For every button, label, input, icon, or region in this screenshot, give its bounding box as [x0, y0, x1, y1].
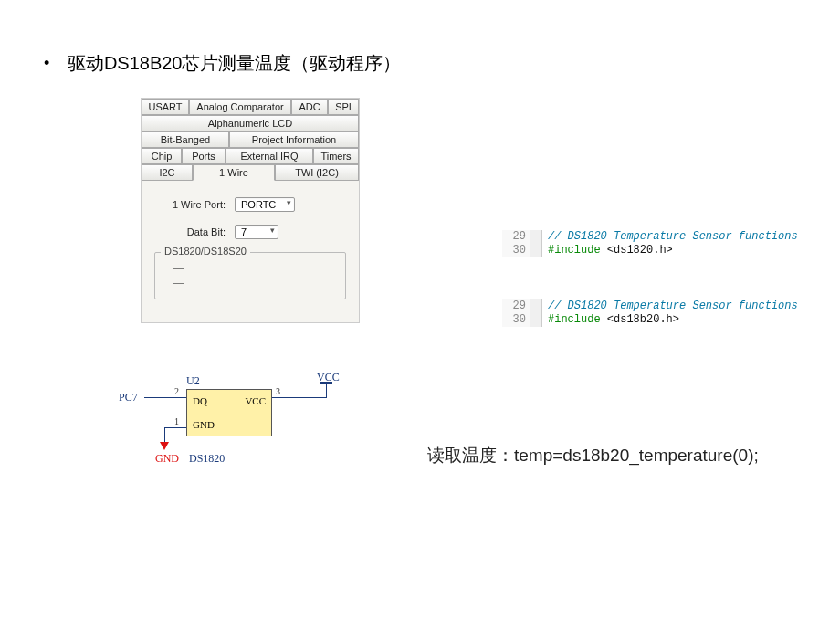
vcc-bar-icon: [320, 382, 332, 384]
gutter: [530, 313, 542, 327]
field-data-bit: Data Bit: 7: [154, 225, 346, 239]
gutter: [530, 299, 542, 313]
code-line: #include <ds18b20.h>: [542, 313, 679, 327]
code-comment: // DS1820 Temperature Sensor functions: [548, 230, 798, 243]
pinnum-1: 1: [174, 416, 179, 426]
wire-vcc-v: [326, 383, 327, 398]
label-pc7: PC7: [119, 391, 138, 404]
linenumber: 30: [502, 313, 530, 327]
tab-row-4: Chip Ports External IRQ Timers: [142, 148, 359, 164]
tab-twi-i2c[interactable]: TWI (I2C): [275, 164, 359, 181]
linenumber: 30: [502, 244, 530, 257]
slide-bullet-line: • 驱动DS18B20芯片测量温度（驱动程序）: [44, 51, 402, 76]
tab-1wire[interactable]: 1 Wire: [193, 164, 275, 181]
tab-spi[interactable]: SPI: [328, 99, 359, 115]
chip-body: DQ VCC GND: [186, 389, 272, 436]
tab-project-information[interactable]: Project Information: [229, 131, 359, 148]
tab-bit-banged[interactable]: Bit-Banged: [142, 131, 229, 148]
select-1wire-port[interactable]: PORTC: [235, 197, 295, 212]
tab-timers[interactable]: Timers: [313, 148, 359, 164]
code-comment: // DS1820 Temperature Sensor functions: [548, 299, 798, 312]
groupbox-line-1: —: [164, 260, 336, 275]
pin-label-dq: DQ: [193, 395, 207, 406]
code-line: #include <ds1820.h>: [542, 244, 673, 257]
code-snippet-ds18b20: 29 // DS1820 Temperature Sensor function…: [502, 299, 798, 327]
gutter: [530, 244, 542, 257]
pin-label-gnd: GND: [193, 419, 215, 430]
bullet-dot: •: [44, 54, 49, 73]
code-include: #include: [548, 313, 601, 326]
pin-label-vcc: VCC: [245, 395, 266, 406]
tab-analog-comparator[interactable]: Analog Comparator: [189, 99, 291, 115]
pinnum-3: 3: [276, 386, 280, 396]
code-file: <ds1820.h>: [607, 244, 673, 257]
code-include: #include: [548, 244, 601, 257]
codewizard-panel: USART Analog Comparator ADC SPI Alphanum…: [141, 98, 360, 323]
wire-gnd-h: [164, 427, 186, 428]
tab-row-5: I2C 1 Wire TWI (I2C): [142, 164, 359, 181]
field-1wire-port: 1 Wire Port: PORTC: [154, 197, 346, 212]
gutter: [530, 230, 542, 244]
linenumber: 29: [502, 230, 530, 244]
wire-gnd-v: [164, 427, 165, 442]
label-gnd: GND: [155, 452, 179, 466]
label-part: DS1820: [189, 452, 225, 466]
code-snippet-ds1820: 29 // DS1820 Temperature Sensor function…: [502, 230, 798, 257]
code-line: // DS1820 Temperature Sensor functions: [542, 299, 798, 313]
tab-alphanumeric-lcd[interactable]: Alphanumeric LCD: [142, 115, 359, 131]
tab-external-irq[interactable]: External IRQ: [226, 148, 313, 164]
pinnum-2: 2: [174, 386, 179, 396]
read-temp-text: 读取温度：temp=ds18b20_temperature(0);: [427, 444, 759, 467]
code2-row30: 30 #include <ds18b20.h>: [502, 313, 798, 327]
tab-ports[interactable]: Ports: [182, 148, 226, 164]
tab-row-1: USART Analog Comparator ADC SPI: [142, 99, 359, 115]
wire-vcc-h: [272, 397, 327, 398]
groupbox-ds1820: DS1820/DS18S20 — —: [154, 252, 346, 299]
tab-adc[interactable]: ADC: [291, 99, 328, 115]
bullet-text: 驱动DS18B20芯片测量温度（驱动程序）: [68, 51, 402, 76]
code1-row29: 29 // DS1820 Temperature Sensor function…: [502, 230, 798, 244]
tab-usart[interactable]: USART: [142, 99, 189, 115]
code2-row29: 29 // DS1820 Temperature Sensor function…: [502, 299, 798, 313]
code1-row30: 30 #include <ds1820.h>: [502, 244, 798, 257]
select-data-bit[interactable]: 7: [235, 225, 278, 239]
tab-row-2: Alphanumeric LCD: [142, 115, 359, 131]
linenumber: 29: [502, 299, 530, 313]
tab-row-3: Bit-Banged Project Information: [142, 131, 359, 148]
groupbox-line-2: —: [164, 275, 336, 289]
tab-chip[interactable]: Chip: [142, 148, 182, 164]
code-line: // DS1820 Temperature Sensor functions: [542, 230, 798, 244]
schematic-ds1820: DQ VCC GND U2 PC7 VCC GND DS1820 2 1 3: [91, 367, 347, 472]
groupbox-title: DS1820/DS18S20: [161, 246, 250, 257]
code-file: <ds18b20.h>: [607, 313, 679, 326]
label-u2: U2: [186, 374, 200, 388]
gnd-icon: [160, 442, 169, 450]
label-1wire-port: 1 Wire Port:: [154, 199, 226, 210]
tab-i2c[interactable]: I2C: [142, 164, 193, 181]
wire-dq: [144, 397, 186, 398]
panel-body: 1 Wire Port: PORTC Data Bit: 7 DS1820/DS…: [142, 181, 359, 307]
label-data-bit: Data Bit:: [154, 226, 226, 237]
